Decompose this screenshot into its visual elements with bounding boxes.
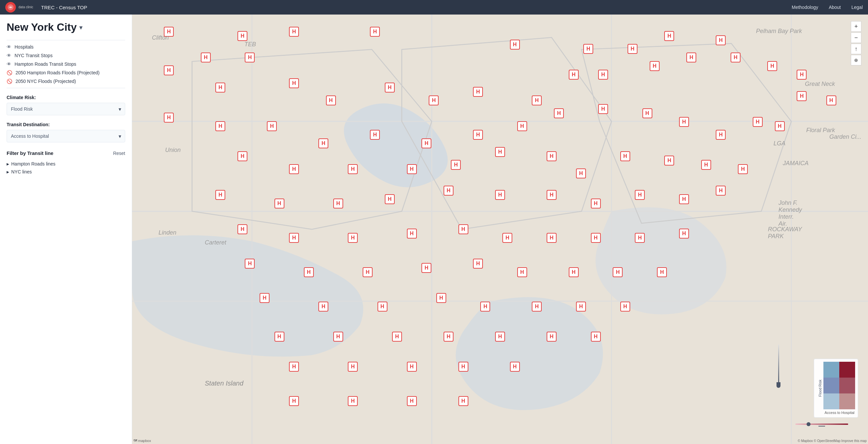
hospital-marker[interactable]: H (510, 40, 520, 50)
hospital-marker[interactable]: H (502, 233, 512, 243)
hospital-marker[interactable]: H (370, 130, 380, 140)
hospital-marker[interactable]: H (407, 362, 417, 372)
hospital-marker[interactable]: H (701, 160, 711, 170)
legend-hospitals[interactable]: 👁 Hospitals (7, 44, 125, 50)
hospital-marker[interactable]: H (436, 293, 446, 303)
hospital-marker[interactable]: H (459, 362, 468, 372)
hospital-marker[interactable]: H (775, 121, 785, 131)
hospital-marker[interactable]: H (517, 121, 527, 131)
hospital-marker[interactable]: H (583, 44, 593, 54)
zoom-in-button[interactable]: + (851, 21, 861, 32)
hospital-marker[interactable]: H (738, 164, 748, 174)
hospital-marker[interactable]: H (348, 164, 358, 174)
hospital-marker[interactable]: H (657, 267, 667, 277)
legend-nyc-transit[interactable]: 👁 NYC Transit Stops (7, 53, 125, 58)
hospital-marker[interactable]: H (289, 233, 299, 243)
zoom-out-button[interactable]: − (851, 32, 861, 43)
hospital-marker[interactable]: H (443, 332, 454, 342)
hospital-marker[interactable]: H (407, 164, 417, 174)
hospital-marker[interactable]: H (753, 117, 763, 127)
hospital-marker[interactable]: H (318, 139, 328, 148)
hospital-marker[interactable]: H (238, 224, 247, 234)
legend-hampton-floods[interactable]: 🚫 2050 Hampton Roads Floods (Projected) (7, 70, 125, 75)
hospital-marker[interactable]: H (451, 160, 461, 170)
legend-nyc-floods[interactable]: 🚫 2050 NYC Floods (Projected) (7, 79, 125, 84)
hospital-marker[interactable]: H (716, 130, 726, 140)
hospital-marker[interactable]: H (716, 35, 726, 45)
hospital-marker[interactable]: H (289, 78, 299, 88)
north-button[interactable]: ↑ (851, 43, 861, 54)
hospital-marker[interactable]: H (620, 151, 630, 161)
hospital-marker[interactable]: H (591, 233, 601, 243)
hospital-marker[interactable]: H (591, 332, 601, 342)
climate-risk-select[interactable]: Flood Risk (7, 103, 125, 115)
hospital-marker[interactable]: H (370, 27, 380, 37)
hospital-marker[interactable]: H (643, 108, 652, 118)
hospital-marker[interactable]: H (164, 65, 174, 75)
hospital-marker[interactable]: H (275, 199, 284, 208)
chevron-down-icon[interactable]: ▾ (79, 24, 83, 31)
hospital-marker[interactable]: H (385, 83, 395, 92)
hospital-marker[interactable]: H (245, 53, 255, 62)
hospital-marker[interactable]: H (495, 190, 505, 200)
hospital-marker[interactable]: H (576, 302, 586, 312)
hospital-marker[interactable]: H (289, 396, 299, 406)
hospital-marker[interactable]: H (532, 302, 542, 312)
hospital-marker[interactable]: H (333, 199, 343, 208)
hospital-marker[interactable]: H (377, 302, 388, 312)
hospital-marker[interactable]: H (422, 139, 431, 148)
hospital-marker[interactable]: H (407, 396, 417, 406)
hospital-marker[interactable]: H (245, 259, 255, 269)
hospital-marker[interactable]: H (554, 108, 564, 118)
hospital-marker[interactable]: H (238, 31, 247, 41)
hospital-marker[interactable]: H (443, 186, 454, 196)
hospital-marker[interactable]: H (598, 70, 608, 80)
hospital-marker[interactable]: H (591, 199, 601, 208)
transit-destination-select[interactable]: Access to Hospital (7, 130, 125, 142)
climate-risk-select-wrapper[interactable]: Flood Risk ▾ (7, 103, 125, 115)
hospital-marker[interactable]: H (517, 267, 527, 277)
hospital-marker[interactable]: H (635, 233, 645, 243)
hospital-marker[interactable]: H (348, 362, 358, 372)
legal-link[interactable]: Legal (851, 5, 863, 10)
hospital-marker[interactable]: H (201, 53, 211, 62)
hospital-marker[interactable]: H (547, 332, 557, 342)
hospital-marker[interactable]: H (304, 267, 314, 277)
map-area[interactable]: HHHHHHHHHHHHHHHHHHHHHHHHHHHHHHHHHHHHHHHH… (132, 14, 868, 444)
hospital-marker[interactable]: H (164, 27, 174, 37)
hospital-marker[interactable]: H (333, 332, 343, 342)
hospital-marker[interactable]: H (407, 229, 417, 238)
hospital-marker[interactable]: H (473, 87, 483, 97)
hospital-marker[interactable]: H (627, 44, 638, 54)
hospital-marker[interactable]: H (326, 95, 336, 106)
hospital-marker[interactable]: H (215, 121, 225, 131)
hospital-marker[interactable]: H (289, 362, 299, 372)
hospital-marker[interactable]: H (459, 224, 468, 234)
hampton-roads-summary[interactable]: Hampton Roads lines (7, 161, 125, 167)
hospital-marker[interactable]: H (289, 164, 299, 174)
hospital-marker[interactable]: H (289, 27, 299, 37)
hospital-marker[interactable]: H (569, 267, 579, 277)
hospital-marker[interactable]: H (664, 31, 674, 41)
hospital-marker[interactable]: H (164, 113, 174, 123)
about-link[interactable]: About (829, 5, 841, 10)
hospital-marker[interactable]: H (363, 267, 373, 277)
hospital-marker[interactable]: H (547, 233, 557, 243)
hospital-marker[interactable]: H (569, 70, 579, 80)
hospital-marker[interactable]: H (473, 130, 483, 140)
legend-hampton-transit[interactable]: 👁 Hampton Roads Transit Stops (7, 61, 125, 67)
hospital-marker[interactable]: H (679, 117, 689, 127)
hospital-marker[interactable]: H (267, 121, 277, 131)
hospital-marker[interactable]: H (495, 147, 505, 157)
hospital-marker[interactable]: H (422, 263, 431, 273)
hospital-marker[interactable]: H (664, 156, 674, 166)
hampton-roads-group[interactable]: Hampton Roads lines (7, 161, 125, 167)
hospital-marker[interactable]: H (826, 95, 836, 106)
hospital-marker[interactable]: H (238, 151, 247, 161)
hospital-marker[interactable]: H (348, 233, 358, 243)
hospital-marker[interactable]: H (215, 190, 225, 200)
hospital-marker[interactable]: H (480, 302, 490, 312)
hospital-marker[interactable]: H (650, 61, 659, 71)
hospital-marker[interactable]: H (576, 169, 586, 178)
hospital-marker[interactable]: H (275, 332, 284, 342)
